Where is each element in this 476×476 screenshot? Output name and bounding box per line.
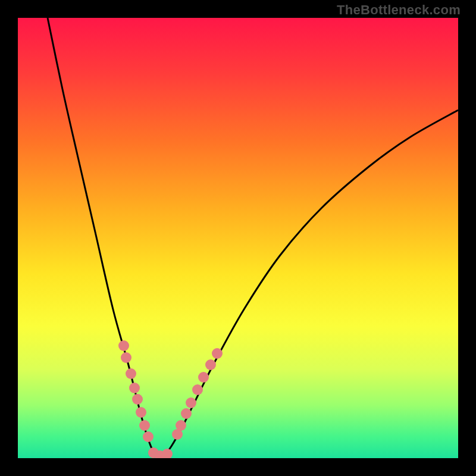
data-point bbox=[212, 348, 223, 359]
data-point bbox=[139, 420, 150, 431]
data-point bbox=[181, 408, 192, 419]
watermark-text: TheBottleneck.com bbox=[337, 2, 461, 18]
data-point bbox=[176, 420, 186, 431]
gradient-background bbox=[18, 18, 458, 458]
data-point bbox=[186, 397, 196, 408]
data-point bbox=[118, 340, 129, 351]
data-point bbox=[136, 407, 146, 418]
data-point bbox=[132, 394, 143, 405]
data-point bbox=[205, 359, 216, 370]
data-point bbox=[143, 431, 154, 442]
data-point bbox=[198, 372, 209, 383]
chart-frame bbox=[18, 18, 458, 458]
data-point bbox=[121, 352, 131, 363]
bottleneck-curve-chart bbox=[18, 18, 458, 458]
data-point bbox=[126, 368, 136, 379]
data-point bbox=[192, 384, 203, 395]
data-point bbox=[129, 383, 140, 393]
